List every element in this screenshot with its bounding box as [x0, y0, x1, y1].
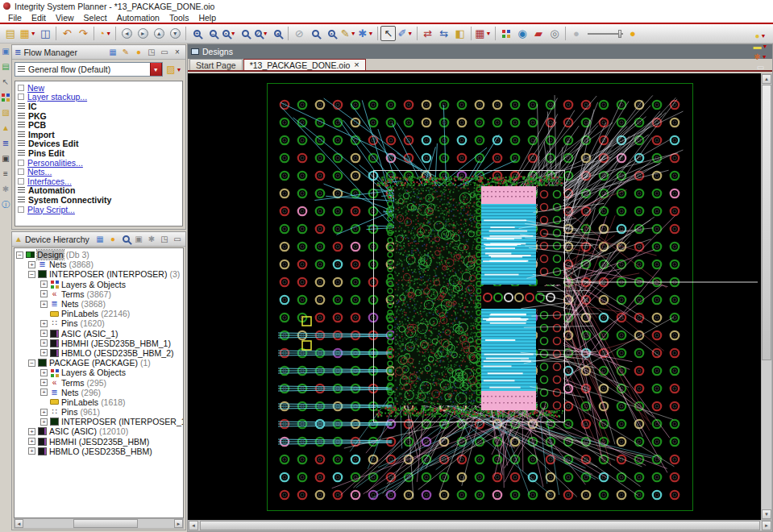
cursor-icon[interactable]: ↖ [1, 77, 10, 87]
flow-step-layer-stackup[interactable]: Layer stackup... [17, 93, 182, 102]
expand-icon[interactable]: + [40, 349, 48, 356]
flow-step-personalities[interactable]: Personalities... [17, 158, 182, 168]
tree-item-label[interactable]: Nets [61, 299, 79, 309]
flow-open-folder-icon[interactable]: ▨▼ [165, 62, 182, 77]
redo-icon[interactable]: ↷ [76, 26, 91, 41]
collapse-icon[interactable]: − [28, 360, 35, 367]
collapse-icon[interactable]: − [16, 251, 23, 259]
swap-flip-icon[interactable]: ⇄ [420, 26, 435, 41]
scroll-up-icon[interactable]: ▲ [762, 74, 771, 84]
tree-item-terms[interactable]: +«Terms(295) [16, 377, 183, 387]
pencil-icon[interactable]: ✎ [121, 47, 131, 57]
list-icon[interactable]: ≡ [1, 169, 10, 179]
tree-item-label[interactable]: HBMLO (JESD235B_HBM) [49, 447, 152, 456]
expand-icon[interactable]: + [40, 339, 48, 347]
design-hscrollbar[interactable]: ◄ ► [188, 520, 772, 531]
flow-step-ic[interactable]: IC [17, 102, 182, 111]
ball-icon[interactable]: ● [134, 47, 144, 57]
tree-item-interposer-interposer-1[interactable]: +INTERPOSER (INTERPOSER_1) [16, 417, 183, 426]
info-icon[interactable]: ⓘ [1, 200, 10, 210]
tree-item-asic-asic[interactable]: +ASIC (ASIC)(12010) [16, 426, 183, 436]
dim-display-icon[interactable]: ⊘ [292, 26, 307, 41]
expand-icon[interactable]: + [40, 418, 48, 426]
zoom-slider[interactable] [588, 30, 621, 38]
flow-step-label[interactable]: Interfaces... [27, 177, 72, 186]
tree-item-label[interactable]: Terms [61, 378, 85, 388]
tree-item-hbmlo-jesd235b-hbm-2[interactable]: +HBMLO (JESD235B_HBM_2) [16, 348, 183, 358]
tree-item-layers-objects[interactable]: +Layers & Objects [16, 280, 183, 289]
expand-icon[interactable]: + [40, 379, 48, 386]
note-dropdown-icon[interactable]: ▼ [763, 44, 768, 49]
swap-edit-icon[interactable]: ⇆ [436, 26, 451, 41]
undo-icon[interactable]: ↶ [60, 26, 75, 41]
flow-step-automation[interactable]: Automation [17, 186, 182, 196]
gear-icon[interactable]: ✱ [147, 234, 157, 244]
menu-item-edit[interactable]: Edit [27, 13, 51, 23]
tree-item-label[interactable]: Layers & Objects [61, 280, 126, 289]
note-icon[interactable]: ▬▼ [753, 41, 769, 52]
tree-item-label[interactable]: ASIC (ASIC) [49, 426, 97, 436]
panel-grid-icon[interactable]: ▦ [95, 234, 106, 244]
designs-view-icon[interactable]: ▣ [1, 47, 10, 56]
menu-item-view[interactable]: View [51, 13, 79, 23]
close-icon[interactable]: × [172, 47, 183, 57]
expand-icon[interactable]: + [40, 281, 48, 288]
zoom-previous-icon[interactable]: ◂ [270, 26, 285, 41]
tree-item-label[interactable]: Nets [61, 388, 79, 397]
scroll-thumb[interactable] [200, 521, 760, 530]
tab-start-page[interactable]: Start Page [189, 59, 243, 70]
flow-step-label[interactable]: Nets... [27, 167, 52, 177]
tab-13-package-done-oio[interactable]: *13_PACKAGE_DONE.oio× [243, 59, 366, 70]
move-component-icon[interactable]: ◧ [452, 26, 468, 41]
tree-item-label[interactable]: PinLabels [61, 309, 98, 318]
zoom-fit-icon[interactable] [238, 26, 253, 41]
flow-step-system-connectivity[interactable]: System Connectivity [17, 195, 182, 205]
zoom-area-dropdown-icon[interactable]: ▼ [231, 31, 236, 36]
tree-item-package-package[interactable]: −PACKAGE (PACKAGE)(1) [16, 358, 183, 368]
scroll-thumb[interactable] [762, 85, 771, 360]
tree-item-label[interactable]: Terms [61, 289, 85, 299]
tree-item-label[interactable]: Pins [61, 407, 77, 417]
flow-select-dropdown-button[interactable]: ▼ [150, 62, 162, 77]
ball-icon[interactable]: ● [108, 234, 118, 244]
detach-icon[interactable]: ◳ [160, 234, 170, 244]
magnifier-icon[interactable] [121, 234, 131, 244]
open-file-dropdown-icon[interactable]: ▼ [31, 31, 36, 36]
palette-dropdown-icon[interactable]: ▼ [761, 33, 767, 39]
tree-item-label[interactable]: Design [37, 250, 64, 260]
screen-icon[interactable]: ▤ [1, 62, 10, 72]
color-table-dropdown-icon[interactable]: ▼ [486, 31, 492, 36]
tree-item-interposer-interposer[interactable]: −INTERPOSER (INTERPOSER)(3) [16, 269, 183, 279]
design-canvas[interactable] [188, 73, 761, 520]
tree-item-nets[interactable]: +≣Nets(3868) [16, 260, 183, 269]
detach-icon[interactable]: ◳ [147, 47, 157, 57]
flow-step-label[interactable]: Layer stackup... [27, 92, 87, 102]
zoom-area-icon[interactable]: ▪▼ [222, 26, 237, 41]
tree-item-label[interactable]: ASIC (ASIC_1) [61, 329, 118, 339]
pan-down-icon[interactable]: ▼ [168, 26, 183, 41]
tree-item-hbmhi-jesd235b-hbm[interactable]: +HBMHI (JESD235B_HBM) [16, 437, 183, 447]
flow-step-pcb[interactable]: PCB [17, 120, 182, 130]
tree-item-asic-asic-1[interactable]: +ASIC (ASIC_1) [16, 329, 183, 339]
dim-dot-icon[interactable]: ● [569, 26, 584, 41]
annotate-circle-icon[interactable]: ◎ [547, 26, 563, 41]
select-cursor-icon[interactable]: ↖ [380, 26, 396, 41]
tree-item-pins[interactable]: +∷Pins(961) [16, 407, 183, 417]
tree-item-label[interactable]: HBMLO (JESD235B_HBM_2) [61, 348, 173, 358]
palette-grid-icon[interactable] [1, 93, 10, 102]
markup-brush-dropdown-icon[interactable]: ▼ [351, 31, 356, 36]
zoom-selected-icon[interactable]: ✓▼ [254, 26, 269, 41]
snowflake-settings-icon[interactable]: ✱▼ [358, 26, 375, 41]
expand-icon[interactable]: + [28, 428, 35, 435]
edit-pointer-dropdown-icon[interactable]: ▼ [407, 31, 413, 36]
hierarchy-icon[interactable]: ▲ [1, 123, 10, 133]
device-hierarchy-hscrollbar[interactable]: ◄ ► [14, 518, 184, 529]
expand-icon[interactable]: + [40, 330, 48, 337]
scroll-left-icon[interactable]: ◄ [15, 519, 23, 528]
scroll-right-icon[interactable]: ► [762, 521, 771, 530]
tree-item-hbmhi-jesd235b-hbm-1[interactable]: +HBMHI (JESD235B_HBM_1) [16, 339, 183, 348]
copy-add-icon[interactable]: ▣ [134, 234, 144, 244]
maximize-icon[interactable]: ▭ [172, 234, 183, 244]
tree-item-pinlabels[interactable]: PinLabels(22146) [16, 309, 183, 318]
flag-red-icon[interactable]: ▰ [531, 26, 547, 41]
